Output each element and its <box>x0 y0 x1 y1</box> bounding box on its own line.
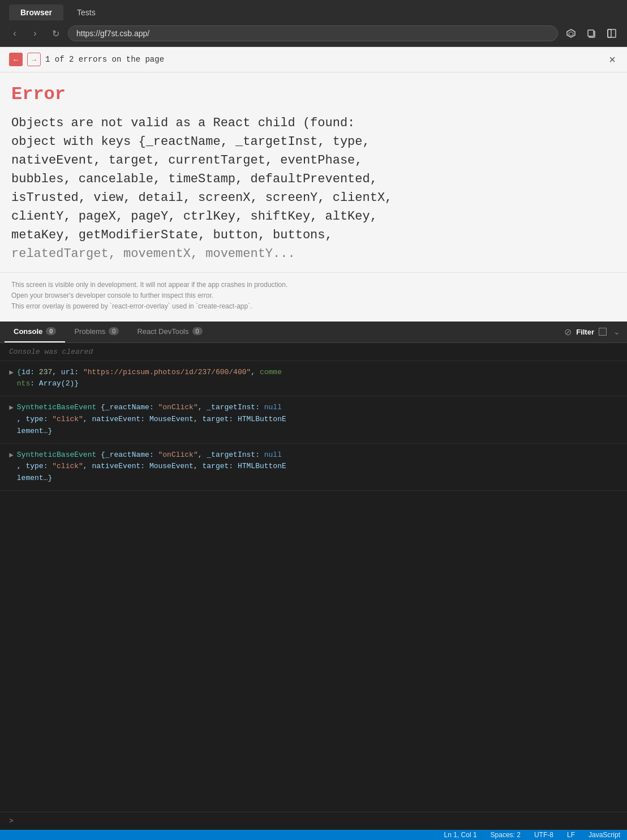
line-ending: LF <box>567 831 575 839</box>
browser-chrome: Browser Tests ‹ › ↻ <box>0 0 627 47</box>
encoding: UTF-8 <box>534 831 553 839</box>
error-footer-line2: Open your browser's developer console to… <box>11 290 616 301</box>
svg-rect-3 <box>588 30 594 36</box>
console-entry[interactable]: ► SyntheticBaseEvent {_reactName: "onCli… <box>0 444 627 491</box>
expand-arrow-icon[interactable]: ► <box>9 367 14 379</box>
filter-checkbox[interactable] <box>599 328 607 336</box>
error-count: 1 of 2 errors on the page <box>45 55 602 64</box>
prev-error-button[interactable]: ← <box>9 53 23 66</box>
tab-react-devtools[interactable]: React DevTools 0 <box>128 322 211 342</box>
error-overlay: ← → 1 of 2 errors on the page × Error Ob… <box>0 47 627 322</box>
console-entry-text: SyntheticBaseEvent {_reactName: "onClick… <box>17 402 618 437</box>
filter-ban-icon[interactable]: ⊘ <box>564 327 572 337</box>
error-footer-line3: This error overlay is powered by `react-… <box>11 301 616 312</box>
console-entry[interactable]: ► SyntheticBaseEvent {_reactName: "onCli… <box>0 396 627 443</box>
error-title: Error <box>11 84 616 105</box>
sandbox-icon[interactable] <box>562 25 579 42</box>
chevron-down-icon[interactable]: ⌄ <box>611 325 622 338</box>
next-error-button[interactable]: → <box>27 53 41 66</box>
tab-tests[interactable]: Tests <box>66 5 107 20</box>
react-devtools-tab-label: React DevTools <box>137 327 188 336</box>
copy-icon[interactable] <box>583 25 600 42</box>
problems-badge: 0 <box>109 327 119 335</box>
react-devtools-badge: 0 <box>192 327 203 335</box>
spaces-setting: Spaces: 2 <box>491 831 521 839</box>
language: JavaScript <box>589 831 620 839</box>
svg-marker-1 <box>569 32 573 36</box>
browser-nav: ‹ › ↻ <box>0 20 627 46</box>
filter-label: Filter <box>576 328 594 336</box>
tab-problems[interactable]: Problems 0 <box>65 322 128 342</box>
error-message: Objects are not valid as a React child (… <box>11 114 616 263</box>
devtools-tabs: Console 0 Problems 0 React DevTools 0 ⊘ … <box>0 322 627 343</box>
prompt-symbol: > <box>9 817 14 825</box>
tab-browser[interactable]: Browser <box>9 5 63 20</box>
svg-rect-5 <box>608 29 611 37</box>
expand-arrow-icon[interactable]: ► <box>9 402 14 414</box>
error-nav-bar: ← → 1 of 2 errors on the page × <box>0 47 627 72</box>
browser-tabs: Browser Tests <box>0 0 627 20</box>
nav-icons <box>562 25 620 42</box>
console-entry[interactable]: ► {id: 237, url: "https://picsum.photos/… <box>0 361 627 397</box>
back-button[interactable]: ‹ <box>7 25 23 41</box>
console-cleared-message: Console was cleared <box>0 343 627 361</box>
tab-console[interactable]: Console 0 <box>5 322 65 342</box>
forward-button[interactable]: › <box>27 25 43 41</box>
devtools-panel: Console 0 Problems 0 React DevTools 0 ⊘ … <box>0 322 627 840</box>
console-content: Console was cleared ► {id: 237, url: "ht… <box>0 343 627 812</box>
console-prompt[interactable]: > <box>0 812 627 830</box>
problems-tab-label: Problems <box>74 327 105 336</box>
console-tab-label: Console <box>14 327 42 336</box>
console-entry-text: {id: 237, url: "https://picsum.photos/id… <box>17 367 618 391</box>
error-footer: This screen is visible only in developme… <box>0 272 627 322</box>
status-bar: Ln 1, Col 1 Spaces: 2 UTF-8 LF JavaScrip… <box>0 830 627 840</box>
reload-button[interactable]: ↻ <box>48 25 63 41</box>
layout-icon[interactable] <box>603 25 620 42</box>
close-error-button[interactable]: × <box>607 53 618 66</box>
cursor-position: Ln 1, Col 1 <box>444 831 477 839</box>
url-bar[interactable] <box>68 25 558 41</box>
filter-area: ⊘ Filter ⌄ <box>564 325 622 338</box>
console-badge: 0 <box>46 327 56 335</box>
error-footer-line1: This screen is visible only in developme… <box>11 280 616 290</box>
svg-rect-4 <box>608 29 616 37</box>
expand-arrow-icon[interactable]: ► <box>9 450 14 462</box>
console-entry-text: SyntheticBaseEvent {_reactName: "onClick… <box>17 449 618 485</box>
error-body: Error Objects are not valid as a React c… <box>0 72 627 272</box>
